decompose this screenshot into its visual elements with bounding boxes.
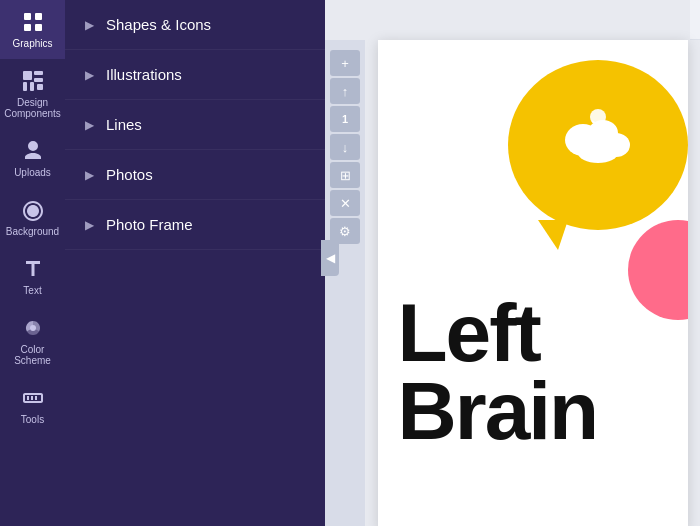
sidebar-item-color-scheme[interactable]: Color Scheme	[0, 306, 65, 376]
menu-item-photos[interactable]: ▶ Photos	[65, 150, 325, 200]
top-bar: ↺ ↻	[690, 0, 700, 40]
collapse-panel-button[interactable]: ◀	[321, 240, 339, 276]
brain-icon	[548, 95, 648, 195]
toolbar-strip: + ↑ 1 ↓ ⊞ ✕ ⚙	[325, 40, 365, 526]
svg-rect-4	[23, 71, 32, 80]
toolbar-page-number[interactable]: 1	[330, 106, 360, 132]
menu-item-lines[interactable]: ▶ Lines	[65, 100, 325, 150]
svg-rect-8	[30, 82, 34, 91]
delete-icon: ✕	[340, 196, 351, 211]
sidebar-icons: Graphics Design Components Uploads	[0, 0, 65, 526]
toolbar-move-down-button[interactable]: ↓	[330, 134, 360, 160]
canvas-text-line1: Left	[398, 294, 598, 372]
menu-item-photo-frame[interactable]: ▶ Photo Frame	[65, 200, 325, 250]
menu-item-shapes-icons[interactable]: ▶ Shapes & Icons	[65, 0, 325, 50]
sidebar-item-text[interactable]: Text	[0, 247, 65, 306]
menu-arrow-illustrations: ▶	[85, 68, 94, 82]
svg-rect-5	[34, 71, 43, 75]
uploads-icon	[21, 139, 45, 163]
background-icon	[21, 198, 45, 222]
menu-item-photo-frame-label: Photo Frame	[106, 216, 193, 233]
menu-arrow-photo-frame: ▶	[85, 218, 94, 232]
design-components-icon	[21, 69, 45, 93]
svg-rect-9	[37, 84, 43, 90]
menu-item-lines-label: Lines	[106, 116, 142, 133]
sidebar-item-tools[interactable]: Tools	[0, 376, 65, 435]
canvas-text-line2: Brain	[398, 372, 598, 450]
canvas-area: ↺ ↻	[365, 0, 700, 526]
svg-rect-6	[34, 78, 43, 82]
svg-rect-7	[23, 82, 27, 91]
menu-item-photos-label: Photos	[106, 166, 153, 183]
page-number-label: 1	[342, 113, 348, 125]
menu-panel: ▶ Shapes & Icons ▶ Illustrations ▶ Lines…	[65, 0, 325, 526]
collapse-icon: ◀	[326, 251, 335, 265]
sidebar-item-tools-label: Tools	[21, 414, 44, 425]
svg-rect-0	[24, 13, 31, 20]
svg-point-14	[578, 143, 618, 163]
menu-arrow-shapes: ▶	[85, 18, 94, 32]
app-wrapper: Graphics Design Components Uploads	[0, 0, 700, 526]
svg-rect-1	[35, 13, 42, 20]
duplicate-icon: ⊞	[340, 168, 351, 183]
menu-item-illustrations-label: Illustrations	[106, 66, 182, 83]
sidebar-item-uploads[interactable]: Uploads	[0, 129, 65, 188]
sidebar-item-graphics-label: Graphics	[12, 38, 52, 49]
canvas-text-block: Left Brain	[398, 294, 598, 450]
menu-arrow-photos: ▶	[85, 168, 94, 182]
text-icon	[21, 257, 45, 281]
menu-item-shapes-label: Shapes & Icons	[106, 16, 211, 33]
toolbar-add-button[interactable]: +	[330, 50, 360, 76]
svg-rect-2	[24, 24, 31, 31]
toolbar-duplicate-button[interactable]: ⊞	[330, 162, 360, 188]
toolbar-move-up-button[interactable]: ↑	[330, 78, 360, 104]
sidebar-item-design-components[interactable]: Design Components	[0, 59, 65, 129]
graphics-icon	[21, 10, 45, 34]
arrow-down-icon: ↓	[342, 140, 349, 155]
tools-icon	[21, 386, 45, 410]
arrow-up-icon: ↑	[342, 84, 349, 99]
speech-bubble	[508, 60, 688, 230]
sidebar-item-background-label: Background	[6, 226, 59, 237]
sidebar-item-graphics[interactable]: Graphics	[0, 0, 65, 59]
color-scheme-icon	[21, 316, 45, 340]
toolbar-delete-button[interactable]: ✕	[330, 190, 360, 216]
sidebar-item-design-label: Design Components	[4, 97, 61, 119]
sidebar-item-text-label: Text	[23, 285, 41, 296]
menu-arrow-lines: ▶	[85, 118, 94, 132]
sidebar-item-uploads-label: Uploads	[14, 167, 51, 178]
svg-point-15	[590, 109, 606, 125]
menu-item-illustrations[interactable]: ▶ Illustrations	[65, 50, 325, 100]
sidebar-item-background[interactable]: Background	[0, 188, 65, 247]
svg-rect-3	[35, 24, 42, 31]
canvas-page: Left Brain	[378, 40, 688, 526]
add-icon: +	[341, 56, 349, 71]
sidebar-item-color-scheme-label: Color Scheme	[5, 344, 60, 366]
gear-icon: ⚙	[339, 224, 351, 239]
